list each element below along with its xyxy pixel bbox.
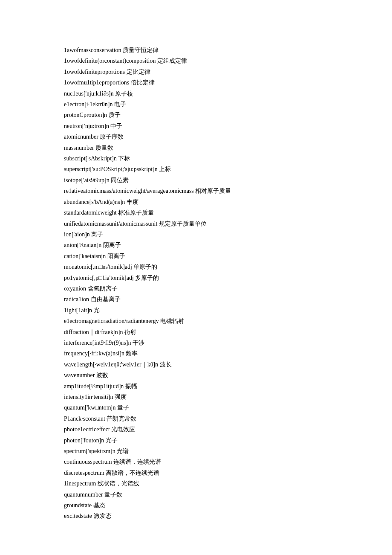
glossary-entry: re1ativeatomicmass/atomicweight/averagea…	[64, 186, 328, 196]
glossary-entry: oxyanion 含氧阴离子	[64, 283, 328, 294]
glossary-entry: interference[int9·fi9r(9)ns]n 干涉	[64, 337, 328, 348]
glossary-entry: 1owofdefiniteproportions 定比定律	[64, 67, 328, 77]
glossary-entry: amp1itude[⅛mp1itju:d]n 振幅	[64, 381, 328, 392]
glossary-entry: spectrum['spektrsm]n 光谱	[64, 446, 328, 456]
glossary-entry: nuc1eus['nju:k1i∂s]n 原子核	[64, 88, 328, 99]
glossary-entry: ion['aion]n 离子	[64, 229, 328, 240]
glossary-entry: 1inespectrum 线状谱，光谱线	[64, 478, 328, 489]
glossary-entry: radica1ion 自由基离子	[64, 294, 328, 305]
glossary-entry: photoe1ectriceffect 光电效应	[64, 424, 328, 435]
glossary-entry: 1owofdefinite(orconstant)composition 定组成…	[64, 55, 328, 66]
glossary-entry: quantum['kw□ntomjn 量子	[64, 402, 328, 413]
glossary-entry: isotope['ais9t9up]n 同位素	[64, 175, 328, 186]
glossary-entry: excitedstate 激发态	[64, 511, 328, 521]
glossary-entry: wavenumber 波数	[64, 370, 328, 381]
glossary-entry: diffraction｜di·fraek∫n]n 衍射	[64, 327, 328, 337]
glossary-entry: anion[⅛naian]n 阴离子	[64, 240, 328, 250]
glossary-entry: massnumber 质量数	[64, 142, 328, 153]
glossary-entry: neutron['nju:tron]n 中子	[64, 121, 328, 131]
glossary-entry: po1yatomic[,p□1ia'tomik]adj 多原子的	[64, 273, 328, 283]
glossary-entry: intensity1in·tensiti]n 强度	[64, 392, 328, 402]
glossary-entry: photon['fouton]n 光子	[64, 435, 328, 446]
glossary-entry: abundance[s'bΛnd(a)ns]n 丰度	[64, 197, 328, 207]
glossary-entry: frequency[·fri:kw(a)nsi]n 频率	[64, 348, 328, 359]
glossary-entry: protonCprouton]n 质子	[64, 110, 328, 120]
glossary-entry: 1owofmu1tip1eproportions 倍比定律	[64, 77, 328, 88]
glossary-entry: atomicnumber 原子序数	[64, 131, 328, 142]
glossary-entry: 1awofmassconservation 质量守恒定律	[64, 45, 328, 55]
glossary-entry: monatomic[,m□ns'tomik]adj 单原子的	[64, 262, 328, 272]
glossary-entry: quantumnumber 量子数	[64, 489, 328, 500]
glossary-entry: groundstate 基态	[64, 500, 328, 511]
glossary-entry: cation['kaetaisnjn 阳离子	[64, 251, 328, 262]
glossary-entry: e1ectromagneticradiation/radiantenergy 电…	[64, 316, 328, 326]
glossary-entry: 1ight[1ait]n 光	[64, 305, 328, 316]
glossary-entry: discretespectrum 离散谱，不连续光谱	[64, 468, 328, 478]
glossary-entry: unifiedatomicmassunit/atomicmassunit 规定原…	[64, 218, 328, 229]
glossary-entry: wave1ength[·weiv1eηθ;'weiv1er｜kθ]n 波长	[64, 359, 328, 370]
glossary-entry: e1ectron[i·1ektrθn]n 电子	[64, 99, 328, 110]
glossary-entry: P1anck·sconstant 普朗克常数	[64, 413, 328, 424]
glossary-entry: superscript['su:POSkript;'sju:psskript]n…	[64, 164, 328, 174]
glossary-entry: standardatomicweight 标准原子质量	[64, 207, 328, 218]
glossary-entry: subscript['sΛbskript]n 下标	[64, 153, 328, 164]
glossary-entry: continuousspectrum 连续谱，连续光谱	[64, 456, 328, 467]
document-page: 1awofmassconservation 质量守恒定律 1owofdefini…	[0, 0, 392, 543]
